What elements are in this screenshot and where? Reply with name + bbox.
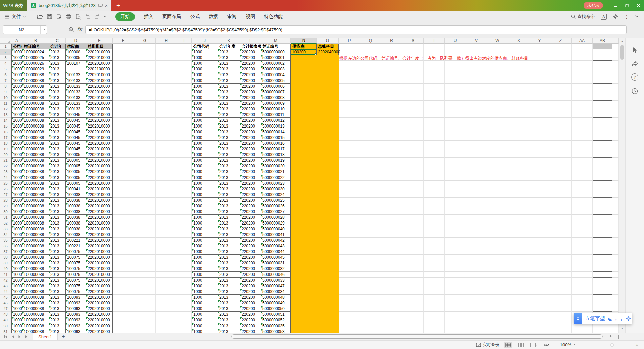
cell-W21[interactable]	[487, 158, 508, 163]
cell-AA30[interactable]	[572, 209, 593, 215]
cell-partial-6[interactable]	[612, 72, 619, 78]
cell-E37[interactable]: 2202010000	[86, 249, 113, 255]
cell-F4[interactable]	[113, 61, 134, 66]
cell-O41[interactable]	[317, 272, 339, 278]
row-header-40[interactable]: 40	[0, 266, 11, 272]
cell-H36[interactable]	[156, 243, 177, 249]
cell-AA32[interactable]	[572, 220, 593, 226]
cell-C35[interactable]: 2013	[49, 238, 66, 243]
cell-N9[interactable]	[291, 89, 317, 95]
row-header-45[interactable]: 45	[0, 295, 11, 300]
cell-K30[interactable]: 2013	[218, 209, 240, 215]
cell-O40[interactable]	[317, 266, 339, 272]
cell-M27[interactable]: 5000000024	[261, 192, 291, 198]
cell-P27[interactable]	[339, 192, 360, 198]
cell-X14[interactable]	[508, 118, 529, 123]
cell-B16[interactable]: 100000038	[22, 129, 49, 135]
cell-T43[interactable]	[424, 283, 445, 289]
cell-D25[interactable]: 100005	[66, 181, 86, 186]
cell-B5[interactable]: 100000029	[22, 66, 49, 72]
cell-partial-45[interactable]	[612, 295, 619, 300]
tab-data[interactable]: 数据	[209, 14, 218, 20]
cell-M41[interactable]: 5000000046	[261, 272, 291, 278]
cell-E27[interactable]: 2202010000	[86, 192, 113, 198]
cell-N19[interactable]	[291, 146, 317, 152]
cell-U42[interactable]	[445, 278, 466, 283]
cell-Z41[interactable]	[550, 272, 572, 278]
cell-V28[interactable]	[466, 198, 487, 203]
cell-Q8[interactable]	[360, 84, 381, 89]
cell-A30[interactable]: 1000	[11, 209, 22, 215]
cell-O9[interactable]	[317, 89, 339, 95]
cell-A11[interactable]: 1000	[11, 101, 22, 106]
cell-L20[interactable]: 220200	[240, 152, 261, 158]
row-header-3[interactable]: 3	[0, 55, 11, 61]
cell-AB37[interactable]	[593, 249, 612, 255]
cell-D8[interactable]: 100133	[66, 84, 86, 89]
cell-Z28[interactable]	[550, 198, 572, 203]
cell-Q11[interactable]	[360, 101, 381, 106]
cell-Q39[interactable]	[360, 260, 381, 266]
cell-T20[interactable]	[424, 152, 445, 158]
cell-P17[interactable]	[339, 135, 360, 141]
cell-G27[interactable]	[134, 192, 156, 198]
cell-V50[interactable]	[466, 323, 487, 329]
cell-Q10[interactable]	[360, 95, 381, 101]
cell-J9[interactable]: 1000	[192, 89, 218, 95]
cell-K21[interactable]: 2013	[218, 158, 240, 163]
cell-Y14[interactable]	[529, 118, 550, 123]
column-header-F[interactable]: F	[113, 38, 134, 44]
cell-V11[interactable]	[466, 101, 487, 106]
cell-F10[interactable]	[113, 95, 134, 101]
cell-partial-29[interactable]	[612, 203, 619, 209]
cell-partial-34[interactable]	[612, 232, 619, 238]
cell-L42[interactable]: 220200	[240, 278, 261, 283]
cell-X30[interactable]	[508, 209, 529, 215]
cell-L37[interactable]: 220200	[240, 249, 261, 255]
cell-R38[interactable]	[381, 255, 402, 260]
cell-E19[interactable]: 2202010000	[86, 146, 113, 152]
cell-K25[interactable]: 2013	[218, 181, 240, 186]
text-tool-icon[interactable]: A	[601, 14, 607, 20]
ime-moon-icon[interactable]	[608, 316, 612, 321]
row-header-23[interactable]: 23	[0, 169, 11, 175]
cell-D48[interactable]: 100093	[66, 312, 86, 317]
cell-N16[interactable]	[291, 129, 317, 135]
cell-V24[interactable]	[466, 175, 487, 181]
cell-Y43[interactable]	[529, 283, 550, 289]
cell-O47[interactable]	[317, 306, 339, 312]
cell-G25[interactable]	[134, 181, 156, 186]
cell-O2[interactable]: 2202040000	[317, 49, 339, 55]
cell-F35[interactable]	[113, 238, 134, 243]
cell-U45[interactable]	[445, 295, 466, 300]
cell-W12[interactable]	[487, 106, 508, 112]
cell-E13[interactable]: 2202010000	[86, 112, 113, 118]
cell-S13[interactable]	[402, 112, 424, 118]
cell-M4[interactable]: 5000000002	[261, 61, 291, 66]
cell-N33[interactable]	[291, 226, 317, 232]
cell-B44[interactable]: 100000038	[22, 289, 49, 295]
cell-S7[interactable]	[402, 78, 424, 84]
cell-K19[interactable]: 2013	[218, 146, 240, 152]
cell-D45[interactable]: 100093	[66, 295, 86, 300]
ime-punctuation-icon[interactable]: 。，	[615, 316, 623, 322]
cell-V13[interactable]	[466, 112, 487, 118]
cell-L28[interactable]: 220200	[240, 198, 261, 203]
cell-A43[interactable]: 1000	[11, 283, 22, 289]
cell-U5[interactable]	[445, 66, 466, 72]
cell-L3[interactable]: 220200	[240, 55, 261, 61]
cell-F38[interactable]	[113, 255, 134, 260]
cell-A22[interactable]: 1000	[11, 163, 22, 169]
cell-W45[interactable]	[487, 295, 508, 300]
cell-E36[interactable]: 2202010000	[86, 243, 113, 249]
cell-G19[interactable]	[134, 146, 156, 152]
cell-P50[interactable]	[339, 323, 360, 329]
cell-S39[interactable]	[402, 260, 424, 266]
cell-T18[interactable]	[424, 141, 445, 146]
cell-Y20[interactable]	[529, 152, 550, 158]
cell-V26[interactable]	[466, 186, 487, 192]
cell-I34[interactable]	[177, 232, 192, 238]
cell-U20[interactable]	[445, 152, 466, 158]
cell-B11[interactable]: 100000038	[22, 101, 49, 106]
cell-L51[interactable]: 220200	[240, 329, 261, 333]
